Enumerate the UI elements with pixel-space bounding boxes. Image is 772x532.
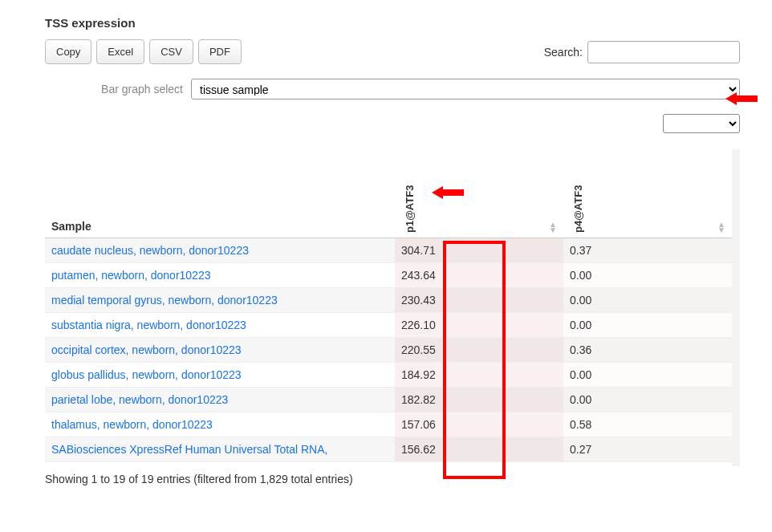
sample-link[interactable]: thalamus, newborn, donor10223 [51,418,213,431]
table-row: substantia nigra, newborn, donor10223 22… [45,312,732,337]
table-row: putamen, newborn, donor10223 243.64 0.00 [45,262,732,287]
table-row: globus pallidus, newborn, donor10223 184… [45,362,732,387]
value-cell: 304.71 [395,238,563,262]
column-header-sample[interactable]: Sample [45,149,395,238]
value-cell: 0.36 [563,337,732,362]
sample-link[interactable]: medial temporal gyrus, newborn, donor102… [51,294,278,307]
table-footer-status: Showing 1 to 19 of 19 entries (filtered … [45,473,740,485]
column-header-p1-label: p1@ATF3 [404,185,416,232]
page-title: TSS expression [45,16,740,30]
sample-link[interactable]: caudate nucleus, newborn, donor10223 [51,244,249,257]
table-row: medial temporal gyrus, newborn, donor102… [45,287,732,312]
value-cell: 0.00 [563,312,732,337]
table-row: SABiosciences XpressRef Human Universal … [45,437,732,461]
value-cell: 0.27 [563,437,732,461]
table-row: caudate nucleus, newborn, donor10223 304… [45,238,732,262]
value-cell: 0.58 [563,412,732,437]
value-cell: 220.55 [395,337,563,362]
table-scroll-area[interactable]: Sample p1@ATF3 ▲▼ p4@ATF3 ▲▼ [45,149,740,466]
svg-marker-1 [432,186,464,199]
annotation-arrow-icon [432,185,464,201]
sample-link[interactable]: putamen, newborn, donor10223 [51,269,210,282]
value-cell: 156.62 [395,437,563,461]
sort-icon: ▲▼ [717,221,725,233]
csv-button[interactable]: CSV [149,39,193,64]
value-cell: 182.82 [395,387,563,412]
table-row: occipital cortex, newborn, donor10223 22… [45,337,732,362]
value-cell: 184.92 [395,362,563,387]
toolbar: Copy Excel CSV PDF Search: [45,39,740,64]
value-cell: 0.00 [563,387,732,412]
bargraph-select[interactable]: tissue sample [191,79,740,99]
column-header-p4[interactable]: p4@ATF3 ▲▼ [563,149,732,238]
copy-button[interactable]: Copy [45,39,91,64]
annotation-arrow-icon [725,91,758,107]
value-cell: 226.10 [395,312,563,337]
value-cell: 0.37 [563,238,732,262]
secondary-select-row [45,114,740,133]
export-button-group: Copy Excel CSV PDF [45,39,242,64]
expression-table: Sample p1@ATF3 ▲▼ p4@ATF3 ▲▼ [45,149,732,462]
search-area: Search: [544,41,740,63]
svg-marker-0 [725,92,758,105]
value-cell: 0.00 [563,287,732,312]
bargraph-select-label: Bar graph select [45,83,191,95]
value-cell: 157.06 [395,412,563,437]
sample-link[interactable]: occipital cortex, newborn, donor10223 [51,343,242,356]
sample-link[interactable]: parietal lobe, newborn, donor10223 [51,393,228,406]
value-cell: 230.43 [395,287,563,312]
search-label: Search: [544,46,583,59]
table-body: caudate nucleus, newborn, donor10223 304… [45,238,732,461]
column-header-sample-label: Sample [51,220,91,233]
value-cell: 243.64 [395,262,563,287]
bargraph-select-row: Bar graph select tissue sample [45,79,740,99]
search-input[interactable] [587,41,740,63]
sample-link[interactable]: SABiosciences XpressRef Human Universal … [51,443,327,456]
secondary-select[interactable] [663,114,740,133]
pdf-button[interactable]: PDF [198,39,242,64]
value-cell: 0.00 [563,362,732,387]
sample-link[interactable]: substantia nigra, newborn, donor10223 [51,319,246,331]
sort-icon: ▲▼ [549,221,557,233]
sample-link[interactable]: globus pallidus, newborn, donor10223 [51,368,242,381]
table-row: parietal lobe, newborn, donor10223 182.8… [45,387,732,412]
table-row: thalamus, newborn, donor10223 157.06 0.5… [45,412,732,437]
column-header-p4-label: p4@ATF3 [572,185,584,232]
excel-button[interactable]: Excel [96,39,144,64]
column-header-p1[interactable]: p1@ATF3 ▲▼ [395,149,563,238]
value-cell: 0.00 [563,262,732,287]
